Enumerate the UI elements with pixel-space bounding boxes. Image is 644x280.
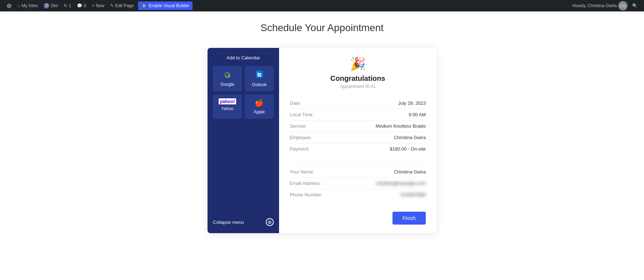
outlook-label: Outlook	[252, 82, 267, 87]
congrats-icon: 🎉	[290, 57, 426, 72]
field-value: christina@example.com	[351, 178, 426, 189]
calendar-buttons: G Google Ot Outlook	[213, 66, 274, 212]
comments-item[interactable]: 💬 0	[74, 0, 89, 11]
yahoo-icon: yahoo!	[219, 99, 236, 104]
my-sites-icon: ⌂	[18, 3, 20, 8]
my-sites-label: My Sites	[21, 3, 38, 8]
new-icon: +	[92, 3, 94, 8]
table-row: Service: Medium Knotless Braids	[290, 121, 426, 132]
field-value: Christina Gwira	[351, 166, 426, 178]
field-value: $180.00 - On-site	[351, 143, 426, 155]
info-divider	[290, 163, 426, 163]
collapse-menu-button[interactable]: Collapse menu ⊕	[213, 212, 274, 226]
calendar-panel: Add to Calendar G Google Ot	[208, 48, 279, 233]
admin-bar: ⊕ ⌂ My Sites D Divi ↻ 1 💬 0 + New ✎ Edit…	[0, 0, 644, 11]
new-label: New	[96, 3, 104, 8]
apple-calendar-button[interactable]: 🍎 Apple	[245, 94, 274, 119]
field-value: Medium Knotless Braids	[351, 121, 426, 132]
apple-label: Apple	[254, 109, 265, 114]
new-item[interactable]: + New	[89, 0, 107, 11]
field-label: Local Time:	[290, 109, 351, 121]
collapse-menu-label: Collapse menu	[213, 220, 244, 225]
table-row: Phone Number: 1234567890	[290, 189, 426, 201]
divi-item[interactable]: D Divi	[41, 0, 61, 11]
edit-page-label: Edit Page	[115, 3, 134, 8]
my-sites-item[interactable]: ⌂ My Sites	[15, 0, 41, 11]
divi-icon: D	[44, 3, 49, 9]
table-row: Your Name: Christina Gwira	[290, 166, 426, 178]
google-label: Google	[220, 82, 234, 87]
table-row: Date: July 29, 2023	[290, 98, 426, 109]
wp-logo-item[interactable]: ⊕	[4, 0, 15, 11]
comments-count: 0	[84, 3, 86, 8]
google-icon: G	[224, 70, 230, 80]
finish-row: Finish	[290, 212, 426, 225]
field-label: Payment:	[290, 143, 351, 155]
enable-visual-builder-item[interactable]: D Enable Visual Builder	[138, 1, 192, 10]
updates-icon: ↻	[64, 3, 67, 8]
svg-rect-2	[258, 72, 261, 73]
field-value: Christina Gwira	[351, 132, 426, 143]
admin-bar-right: Howdy, Christina Gwira CG 🔍	[572, 0, 640, 11]
wp-icon: ⊕	[6, 2, 12, 10]
finish-button[interactable]: Finish	[392, 212, 426, 225]
updates-item[interactable]: ↻ 1	[61, 0, 74, 11]
field-label: Email Address:	[290, 178, 351, 189]
search-button[interactable]: 🔍	[629, 0, 640, 11]
apple-icon: 🍎	[255, 99, 264, 107]
appointment-widget: Add to Calendar G Google Ot	[208, 48, 436, 233]
page-content: Schedule Your Appointment Add to Calenda…	[0, 11, 644, 280]
field-label: Phone Number:	[290, 189, 351, 201]
congrats-header: 🎉 Congratulations Appointment ID #1	[290, 57, 426, 89]
updates-count: 1	[69, 3, 71, 8]
table-row: Email Address: christina@example.com	[290, 178, 426, 189]
collapse-circle-icon: ⊕	[266, 218, 274, 226]
page-title: Schedule Your Appointment	[14, 22, 630, 34]
divi-badge-icon: D	[141, 3, 147, 9]
enable-visual-label: Enable Visual Builder	[149, 3, 190, 8]
personal-info-table: Your Name: Christina Gwira Email Address…	[290, 166, 426, 200]
edit-page-item[interactable]: ✎ Edit Page	[107, 0, 137, 11]
user-avatar[interactable]: CG	[618, 1, 628, 10]
add-to-calendar-title: Add to Calendar	[213, 55, 274, 60]
congrats-title: Congratulations	[290, 74, 426, 83]
yahoo-label: Yahoo	[221, 106, 234, 111]
google-calendar-button[interactable]: G Google	[213, 66, 242, 92]
field-label: Employee:	[290, 132, 351, 143]
field-label: Your Name:	[290, 166, 351, 178]
divi-label: Divi	[51, 3, 58, 8]
table-row: Employee: Christina Gwira	[290, 132, 426, 143]
edit-icon: ✎	[110, 3, 114, 8]
field-value: 1234567890	[351, 189, 426, 201]
yahoo-calendar-button[interactable]: yahoo! Yahoo	[213, 94, 242, 119]
appointment-id: Appointment ID #1	[290, 84, 426, 89]
outlook-icon: Ot	[255, 70, 263, 80]
table-row: Payment: $180.00 - On-site	[290, 143, 426, 155]
field-value: July 29, 2023	[351, 98, 426, 109]
outlook-calendar-button[interactable]: Ot Outlook	[245, 66, 274, 92]
howdy-text: Howdy, Christina Gwira	[572, 3, 617, 8]
appointment-info-table: Date: July 29, 2023 Local Time: 9:00 AM …	[290, 98, 426, 154]
confirmation-panel: 🎉 Congratulations Appointment ID #1 Date…	[279, 48, 436, 233]
svg-text:Ot: Ot	[258, 74, 261, 76]
table-row: Local Time: 9:00 AM	[290, 109, 426, 121]
field-label: Service:	[290, 121, 351, 132]
comments-icon: 💬	[77, 3, 82, 8]
field-label: Date:	[290, 98, 351, 109]
field-value: 9:00 AM	[351, 109, 426, 121]
